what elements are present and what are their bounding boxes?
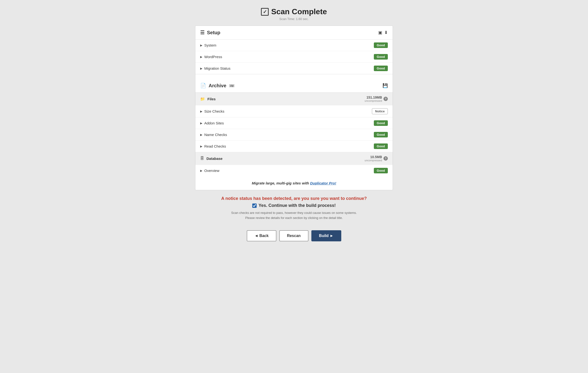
row-label-wordpress: ▶ WordPress xyxy=(200,55,222,59)
db-size-info: 10.5MB uncompressed ? xyxy=(365,155,388,162)
row-status-name-checks: Good xyxy=(374,132,388,137)
notice-text: A notice status has been detected, are y… xyxy=(221,196,367,201)
table-row[interactable]: ▶ WordPress Good xyxy=(195,51,393,63)
files-section-row: 📁 Files 151.19MB uncompressed ? xyxy=(195,93,393,105)
promo-row: Migrate large, multi-gig sites with Dupl… xyxy=(195,176,393,190)
files-help-icon[interactable]: ? xyxy=(383,97,388,101)
status-badge: Good xyxy=(374,144,388,149)
arrow-icon: ▶ xyxy=(200,67,202,70)
row-label-name-checks: ▶ Name Checks xyxy=(200,133,227,137)
archive-rows: 📁 Files 151.19MB uncompressed ? ▶ Size C… xyxy=(195,93,393,176)
table-row[interactable]: ▶ Addon Sites Good xyxy=(195,117,393,129)
buttons-row: ◄ Back Rescan Build ► xyxy=(247,230,341,241)
archive-section-icons: 💾 xyxy=(382,83,388,88)
archive-title: 📄 Archive zip xyxy=(200,83,234,88)
film-icon[interactable]: ▣ xyxy=(378,30,382,35)
setup-list-icon: ☰ xyxy=(200,30,205,35)
database-section-row: 🗄 Database 10.5MB uncompressed ? xyxy=(195,152,393,165)
continue-checkbox[interactable] xyxy=(252,204,257,208)
setup-rows: ▶ System Good ▶ WordPress Good ▶ Migrati… xyxy=(195,40,393,74)
arrow-icon: ▶ xyxy=(200,133,202,136)
build-button[interactable]: Build ► xyxy=(311,230,341,241)
row-status-wordpress: Good xyxy=(374,54,388,60)
back-button[interactable]: ◄ Back xyxy=(247,230,276,241)
page-title: Scan Complete xyxy=(261,7,327,16)
arrow-icon: ▶ xyxy=(200,110,202,113)
arrow-icon: ▶ xyxy=(200,169,202,172)
row-status-size-checks: Notice xyxy=(372,108,388,114)
main-card: ☰ Setup ▣ ⬇ ▶ System Good ▶ WordPress xyxy=(195,26,393,190)
row-status-overview: Good xyxy=(374,168,388,173)
status-badge: Good xyxy=(374,66,388,71)
table-row[interactable]: ▶ Read Checks Good xyxy=(195,141,393,152)
table-row[interactable]: ▶ Size Checks Notice xyxy=(195,105,393,117)
table-row[interactable]: ▶ Migration Status Good xyxy=(195,63,393,74)
row-label-addon-sites: ▶ Addon Sites xyxy=(200,121,224,125)
scan-complete-icon xyxy=(261,8,269,16)
rescan-button[interactable]: Rescan xyxy=(279,230,308,241)
row-label-size-checks: ▶ Size Checks xyxy=(200,109,224,113)
continue-label[interactable]: Yes. Continue with the build process! xyxy=(221,203,367,208)
notice-section: A notice status has been detected, are y… xyxy=(221,196,367,221)
db-icon: 🗄 xyxy=(200,156,204,161)
notice-sub-2: Please review the details for each secti… xyxy=(221,216,367,221)
promo-link[interactable]: Duplicator Pro! xyxy=(310,181,336,185)
archive-icon: 📄 xyxy=(200,83,206,88)
row-status-addon-sites: Good xyxy=(374,120,388,126)
setup-section-icons: ▣ ⬇ xyxy=(378,30,388,35)
arrow-icon: ▶ xyxy=(200,145,202,148)
status-badge: Good xyxy=(374,54,388,60)
table-row[interactable]: ▶ Name Checks Good xyxy=(195,129,393,141)
row-label-read-checks: ▶ Read Checks xyxy=(200,144,226,148)
status-badge: Notice xyxy=(372,108,388,114)
status-badge: Good xyxy=(374,132,388,137)
floppy-icon[interactable]: 💾 xyxy=(382,83,388,88)
folder-icon: 📁 xyxy=(200,97,205,101)
arrow-icon: ▶ xyxy=(200,122,202,125)
row-status-read-checks: Good xyxy=(374,144,388,149)
download-icon[interactable]: ⬇ xyxy=(384,30,388,35)
row-label-overview: ▶ Overview xyxy=(200,168,220,173)
database-label: 🗄 Database xyxy=(200,156,223,161)
db-help-icon[interactable]: ? xyxy=(383,156,388,161)
scan-time: Scan Time: 1.60 sec. xyxy=(261,17,327,21)
title-text: Scan Complete xyxy=(271,7,327,16)
setup-title: ☰ Setup xyxy=(200,30,220,35)
row-status-migration: Good xyxy=(374,66,388,71)
status-badge: Good xyxy=(374,42,388,48)
table-row[interactable]: ▶ System Good xyxy=(195,40,393,51)
row-status-system: Good xyxy=(374,42,388,48)
archive-section-header: 📄 Archive zip 💾 xyxy=(195,79,393,93)
arrow-icon: ▶ xyxy=(200,44,202,47)
table-row[interactable]: ▶ Overview Good xyxy=(195,165,393,176)
row-label-migration: ▶ Migration Status xyxy=(200,66,230,70)
status-badge: Good xyxy=(374,120,388,126)
files-size-info: 151.19MB uncompressed ? xyxy=(365,95,388,102)
files-label: 📁 Files xyxy=(200,97,216,101)
setup-section-header: ☰ Setup ▣ ⬇ xyxy=(195,26,393,40)
notice-sub-1: Scan checks are not required to pass, ho… xyxy=(221,210,367,216)
status-badge: Good xyxy=(374,168,388,173)
arrow-icon: ▶ xyxy=(200,55,202,59)
row-label-system: ▶ System xyxy=(200,43,216,47)
page-header: Scan Complete Scan Time: 1.60 sec. xyxy=(261,7,327,21)
zip-badge: zip xyxy=(229,84,234,87)
